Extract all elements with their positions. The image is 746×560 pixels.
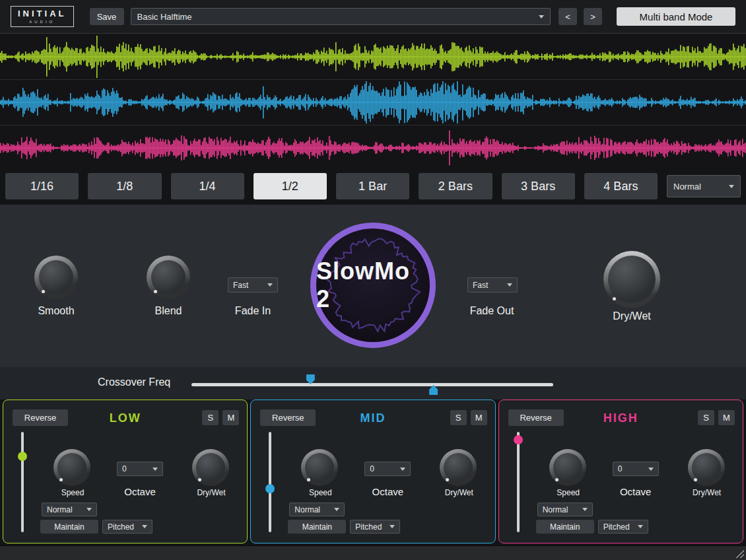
time-button-1-2[interactable]: 1/2 — [254, 173, 327, 199]
band-mode-select[interactable]: Normal — [42, 503, 97, 516]
maintain-button[interactable]: Maintain — [536, 520, 594, 534]
smooth-label: Smooth — [20, 305, 92, 317]
chevron-down-icon — [507, 283, 512, 287]
band-drywet-label: Dry/Wet — [436, 488, 482, 497]
preset-value: Basic Halftime — [137, 12, 192, 22]
top-bar: INITIAL AUDIO Save Basic Halftime < > Mu… — [0, 0, 746, 34]
band-mode-select[interactable]: Normal — [289, 503, 345, 516]
speed-label: Speed — [50, 488, 96, 497]
reverse-button[interactable]: Reverse — [13, 409, 68, 426]
waveform-display — [0, 34, 746, 170]
prev-preset-button[interactable]: < — [559, 8, 577, 25]
band-drywet-knob[interactable] — [440, 449, 477, 486]
crossover-slider[interactable] — [191, 383, 553, 386]
pitch-mode-select[interactable]: Pitched — [598, 520, 648, 534]
band-level-handle[interactable] — [18, 452, 27, 461]
time-button-1-8[interactable]: 1/8 — [88, 173, 161, 199]
band-mode-value: Normal — [294, 505, 320, 514]
chevron-down-icon — [400, 468, 405, 471]
time-button-4-bars[interactable]: 4 Bars — [584, 173, 658, 199]
solo-button[interactable]: S — [698, 410, 714, 425]
waveform-row-mid — [0, 80, 746, 125]
band-level-handle[interactable] — [514, 435, 523, 444]
preset-select[interactable]: Basic Halftime — [131, 8, 551, 25]
blend-label: Blend — [132, 305, 205, 317]
octave-select[interactable]: 0 — [117, 462, 163, 476]
time-button-2-bars[interactable]: 2 Bars — [419, 173, 492, 199]
speed-knob[interactable] — [549, 449, 586, 486]
plugin-window: INITIAL AUDIO Save Basic Halftime < > Mu… — [0, 0, 746, 560]
slowmo-logo: SlowMo 2 — [310, 223, 436, 348]
band-drywet-label: Dry/Wet — [684, 488, 730, 497]
speed-label: Speed — [545, 488, 592, 497]
time-button-1-bar[interactable]: 1 Bar — [336, 173, 409, 199]
fade-out-select[interactable]: Fast — [467, 277, 518, 293]
mute-button[interactable]: M — [718, 410, 735, 425]
band-drywet-knob[interactable] — [192, 449, 229, 486]
dry-wet-label: Dry/Wet — [595, 310, 668, 322]
band-mode-select[interactable]: Normal — [537, 503, 593, 516]
reverse-button[interactable]: Reverse — [260, 409, 316, 426]
solo-mute-group: S M — [450, 410, 487, 425]
reverse-button[interactable]: Reverse — [508, 409, 564, 426]
chevron-down-icon — [153, 468, 158, 471]
chevron-down-icon — [267, 283, 273, 287]
bottom-bar — [0, 545, 746, 560]
next-preset-button[interactable]: > — [584, 8, 602, 25]
octave-select[interactable]: 0 — [613, 462, 659, 476]
fade-out-label: Fade Out — [456, 305, 528, 317]
mute-button[interactable]: M — [471, 410, 487, 425]
maintain-button[interactable]: Maintain — [288, 520, 346, 534]
chevron-down-icon — [539, 15, 544, 18]
mute-button[interactable]: M — [222, 410, 239, 425]
octave-value: 0 — [618, 464, 623, 473]
band-panel-high: Reverse HIGH S M Speed 0 Octave Dry/Wet … — [498, 400, 743, 543]
knob-indicator-dot — [59, 478, 63, 481]
dry-wet-knob[interactable] — [603, 251, 660, 308]
logo-text: INITIAL — [18, 9, 67, 18]
time-button-1-4[interactable]: 1/4 — [171, 173, 244, 199]
blend-knob[interactable] — [147, 256, 190, 299]
knob-indicator-dot — [307, 478, 310, 481]
solo-button[interactable]: S — [450, 410, 467, 425]
plugin-name: SlowMo 2 — [316, 258, 430, 313]
multi-band-mode-button[interactable]: Multi band Mode — [617, 7, 735, 26]
chevron-down-icon — [582, 508, 588, 511]
octave-label: Octave — [356, 486, 419, 497]
fade-out-value: Fast — [473, 281, 488, 290]
save-button[interactable]: Save — [90, 8, 124, 25]
main-control-panel: Smooth Blend Fast Fade In SlowMo 2 Fast … — [0, 205, 746, 367]
fade-in-select[interactable]: Fast — [228, 277, 278, 293]
solo-button[interactable]: S — [202, 410, 219, 425]
knob-indicator-dot — [154, 290, 157, 293]
time-button-3-bars[interactable]: 3 Bars — [502, 173, 575, 199]
time-button-1-16[interactable]: 1/16 — [5, 173, 79, 199]
playback-mode-select[interactable]: Normal — [667, 175, 741, 197]
speed-knob[interactable] — [301, 449, 338, 486]
band-level-slider[interactable] — [514, 432, 523, 532]
knob-indicator-dot — [694, 478, 697, 481]
speed-label: Speed — [297, 488, 343, 497]
band-drywet-knob[interactable] — [688, 449, 725, 486]
octave-select[interactable]: 0 — [364, 462, 411, 476]
band-level-handle[interactable] — [265, 484, 275, 493]
chevron-down-icon — [390, 525, 395, 528]
knob-indicator-dot — [198, 478, 201, 481]
smooth-knob[interactable] — [34, 256, 78, 299]
chevron-down-icon — [638, 525, 643, 528]
speed-knob[interactable] — [53, 449, 90, 486]
waveform-high-canvas — [0, 125, 746, 170]
solo-mute-group: S M — [698, 410, 735, 425]
band-panels: Reverse LOW S M Speed 0 Octave Dry/Wet N… — [3, 400, 743, 543]
waveform-low-canvas — [0, 34, 746, 79]
chevron-down-icon — [334, 508, 339, 511]
resize-grip[interactable] — [733, 547, 744, 558]
maintain-button[interactable]: Maintain — [40, 520, 98, 534]
pitch-mode-select[interactable]: Pitched — [350, 520, 400, 534]
band-level-slider[interactable] — [265, 432, 275, 532]
crossover-handle-left[interactable] — [306, 374, 315, 384]
crossover-handle-right[interactable] — [429, 385, 438, 395]
pitch-mode-value: Pitched — [355, 522, 382, 532]
band-level-slider[interactable] — [18, 432, 27, 532]
pitch-mode-select[interactable]: Pitched — [102, 520, 153, 534]
